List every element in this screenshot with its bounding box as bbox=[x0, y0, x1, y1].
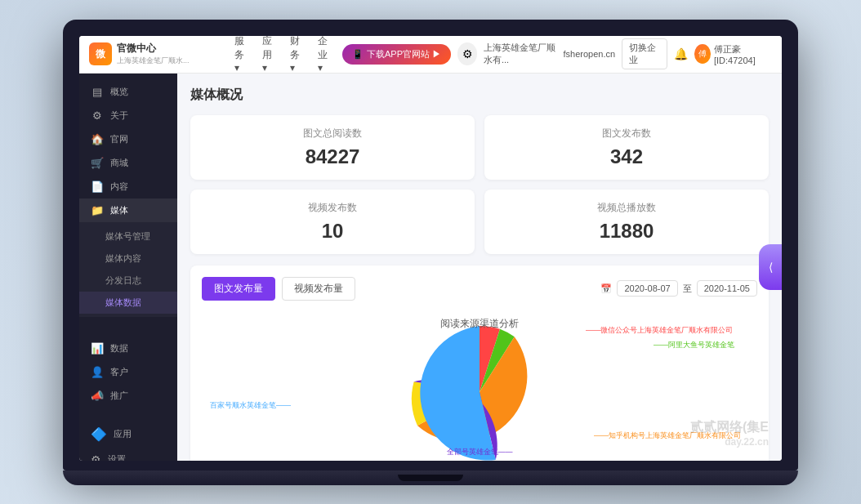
date-separator: 至 bbox=[683, 283, 692, 295]
page-title: 媒体概况 bbox=[190, 87, 769, 104]
top-bar: 微 官微中心 上海英雄金笔厂顺水... 服务 ▾ 应用 ▾ 财务 ▾ 企业 ▾ … bbox=[79, 36, 782, 74]
sidebar-item-promote[interactable]: 📣 推广 bbox=[79, 384, 177, 408]
nav-finance[interactable]: 财务 ▾ bbox=[282, 36, 308, 78]
float-btn[interactable]: ⟨ bbox=[759, 244, 782, 290]
sidebar-item-content[interactable]: 📄 内容 bbox=[79, 175, 177, 198]
sidebar-item-label-overview: 概览 bbox=[110, 86, 128, 98]
download-btn[interactable]: 📱 下载APP官网站 ▶ bbox=[342, 44, 451, 65]
user-label: 傅正豪[ID:47204] bbox=[714, 43, 772, 65]
sidebar-item-about[interactable]: ⚙ 关于 bbox=[79, 104, 177, 127]
logo-title: 官微中心 bbox=[117, 42, 190, 56]
chart-tab-image-text[interactable]: 图文发布量 bbox=[202, 277, 275, 301]
date-from[interactable]: 2020-08-07 bbox=[617, 280, 677, 297]
sidebar-item-label-promote: 推广 bbox=[110, 390, 128, 402]
logo-icon: 微 bbox=[89, 42, 112, 65]
company-name: 上海英雄金笔厂顺水有... bbox=[484, 42, 558, 66]
pie-chart-svg bbox=[406, 319, 553, 461]
sidebar-media-submenu: 媒体号管理 媒体内容 分发日志 媒体数据 bbox=[79, 222, 177, 317]
sidebar-item-label-website: 官网 bbox=[110, 133, 128, 145]
sidebar-sub-log[interactable]: 分发日志 bbox=[79, 270, 177, 292]
sidebar-item-website[interactable]: 🏠 官网 bbox=[79, 127, 177, 151]
logo-subtitle: 上海英雄金笔厂顺水... bbox=[117, 56, 190, 66]
laptop-base bbox=[63, 471, 798, 485]
overview-icon: ▤ bbox=[91, 86, 104, 98]
shop-icon: 🛒 bbox=[91, 157, 104, 169]
sidebar-item-overview[interactable]: ▤ 概览 bbox=[79, 80, 177, 104]
laptop-notch bbox=[398, 475, 463, 481]
pie-label-baijia: 百家号顺水英雄金笔—— bbox=[210, 400, 291, 411]
stat-cards: 图文总阅读数 84227 图文发布数 342 视频发布数 10 视频总播放数 bbox=[190, 115, 769, 254]
content-icon: 📄 bbox=[91, 181, 104, 193]
content-area: 媒体概况 图文总阅读数 84227 图文发布数 342 视频发布数 bbox=[177, 74, 782, 461]
sidebar-bottom-section: 📊 数据 👤 客户 📣 推广 bbox=[79, 330, 177, 414]
stat-card-video-play: 视频总播放数 11880 bbox=[484, 190, 769, 254]
about-icon: ⚙ bbox=[91, 109, 104, 122]
stat-value-read: 84227 bbox=[203, 145, 462, 168]
screen-bezel: 微 官微中心 上海英雄金笔厂顺水... 服务 ▾ 应用 ▾ 财务 ▾ 企业 ▾ … bbox=[63, 20, 798, 471]
switch-company-btn[interactable]: 切换企业 bbox=[622, 38, 667, 69]
sidebar-top-section: ▤ 概览 ⚙ 关于 🏠 官网 🛒 商城 bbox=[79, 74, 177, 323]
nav-menu: 服务 ▾ 应用 ▾ 财务 ▾ 企业 ▾ bbox=[226, 36, 336, 78]
nav-app[interactable]: 应用 ▾ bbox=[254, 36, 280, 78]
screen: 微 官微中心 上海英雄金笔厂顺水... 服务 ▾ 应用 ▾ 财务 ▾ 企业 ▾ … bbox=[79, 36, 782, 461]
sidebar-item-label-shop: 商城 bbox=[110, 157, 128, 169]
stat-card-publish-img: 图文发布数 342 bbox=[484, 115, 769, 180]
sidebar-sub-data[interactable]: 媒体数据 bbox=[79, 292, 177, 314]
sidebar-item-label-content: 内容 bbox=[110, 181, 128, 193]
sidebar-sub-manage[interactable]: 媒体号管理 bbox=[79, 225, 177, 248]
website-icon: 🏠 bbox=[91, 133, 104, 145]
pie-title: 阅读来源渠道分析 bbox=[440, 317, 519, 331]
sidebar-item-app[interactable]: 🔷 应用 bbox=[86, 421, 171, 448]
data-icon: 📊 bbox=[91, 342, 104, 355]
chart-section: 图文发布量 视频发布量 📅 2020-08-07 至 2020-11-05 bbox=[190, 265, 769, 461]
pie-label-wechat: ——微信公众号上海英雄金笔厂顺水有限公司 bbox=[586, 325, 733, 336]
sidebar-item-media[interactable]: 📁 媒体 bbox=[79, 198, 177, 222]
sidebar-label-app: 应用 bbox=[114, 428, 132, 440]
stat-label-publish-img: 图文发布数 bbox=[497, 127, 756, 140]
stat-value-video-publish: 10 bbox=[203, 220, 462, 243]
customer-icon: 👤 bbox=[91, 366, 104, 378]
pie-label-all: 全部号英雄金笔—— bbox=[447, 447, 513, 457]
download-icon: 📱 bbox=[352, 49, 364, 60]
chart-tabs: 图文发布量 视频发布量 📅 2020-08-07 至 2020-11-05 bbox=[202, 277, 757, 301]
sidebar-sub-content[interactable]: 媒体内容 bbox=[79, 248, 177, 270]
chart-tab-video[interactable]: 视频发布量 bbox=[282, 277, 355, 301]
stat-label-read: 图文总阅读数 bbox=[203, 127, 462, 140]
avatar: 傅 bbox=[694, 44, 711, 64]
date-range: 📅 2020-08-07 至 2020-11-05 bbox=[600, 280, 757, 297]
calendar-icon: 📅 bbox=[600, 283, 612, 294]
laptop: 微 官微中心 上海英雄金笔厂顺水... 服务 ▾ 应用 ▾ 财务 ▾ 企业 ▾ … bbox=[63, 20, 798, 485]
pie-label-zhihu: ——知乎机构号上海英雄金笔厂顺水有限公司 bbox=[594, 430, 741, 441]
nav-company[interactable]: 企业 ▾ bbox=[310, 36, 336, 78]
sidebar-item-shop[interactable]: 🛒 商城 bbox=[79, 151, 177, 175]
stat-card-read: 图文总阅读数 84227 bbox=[190, 115, 475, 180]
stat-card-video-publish: 视频发布数 10 bbox=[190, 190, 475, 254]
settings-icon: ⚙ bbox=[91, 453, 101, 461]
download-label: 下载APP官网站 ▶ bbox=[367, 48, 441, 60]
float-btn-icon: ⟨ bbox=[769, 261, 773, 274]
app-icon: 🔷 bbox=[91, 426, 107, 442]
sidebar-item-label-customer: 客户 bbox=[110, 366, 128, 378]
top-right: ⚙ 上海英雄金笔厂顺水有... fsheropen.cn 切换企业 🔔 傅 傅正… bbox=[457, 38, 772, 69]
pie-label-alibaba: ——阿里大鱼号英雄金笔 bbox=[654, 340, 734, 350]
logo-area: 微 官微中心 上海英雄金笔厂顺水... bbox=[89, 42, 220, 66]
sidebar-item-customer[interactable]: 👤 客户 bbox=[79, 360, 177, 384]
stat-value-publish-img: 342 bbox=[497, 145, 756, 168]
sidebar-item-settings[interactable]: ⚙ 设置 bbox=[86, 448, 171, 461]
nav-service[interactable]: 服务 ▾ bbox=[226, 36, 252, 78]
company-info: 上海英雄金笔厂顺水有... fsheropen.cn bbox=[484, 42, 615, 66]
company-domain: fsheropen.cn bbox=[563, 49, 615, 59]
main-layout: ▤ 概览 ⚙ 关于 🏠 官网 🛒 商城 bbox=[79, 74, 782, 461]
date-to[interactable]: 2020-11-05 bbox=[697, 280, 757, 297]
user-info: 傅 傅正豪[ID:47204] bbox=[694, 43, 772, 65]
sidebar-item-label-about: 关于 bbox=[110, 109, 128, 122]
pie-chart-container: 阅读来源渠道分析 bbox=[202, 310, 757, 461]
sidebar-item-data[interactable]: 📊 数据 bbox=[79, 337, 177, 360]
stat-value-video-play: 11880 bbox=[497, 220, 756, 243]
stat-label-video-publish: 视频发布数 bbox=[203, 201, 462, 215]
gear-icon[interactable]: ⚙ bbox=[457, 42, 477, 65]
sidebar: ▤ 概览 ⚙ 关于 🏠 官网 🛒 商城 bbox=[79, 74, 177, 461]
promote-icon: 📣 bbox=[91, 390, 104, 402]
bell-icon[interactable]: 🔔 bbox=[674, 47, 688, 60]
sidebar-label-settings: 设置 bbox=[108, 453, 126, 461]
